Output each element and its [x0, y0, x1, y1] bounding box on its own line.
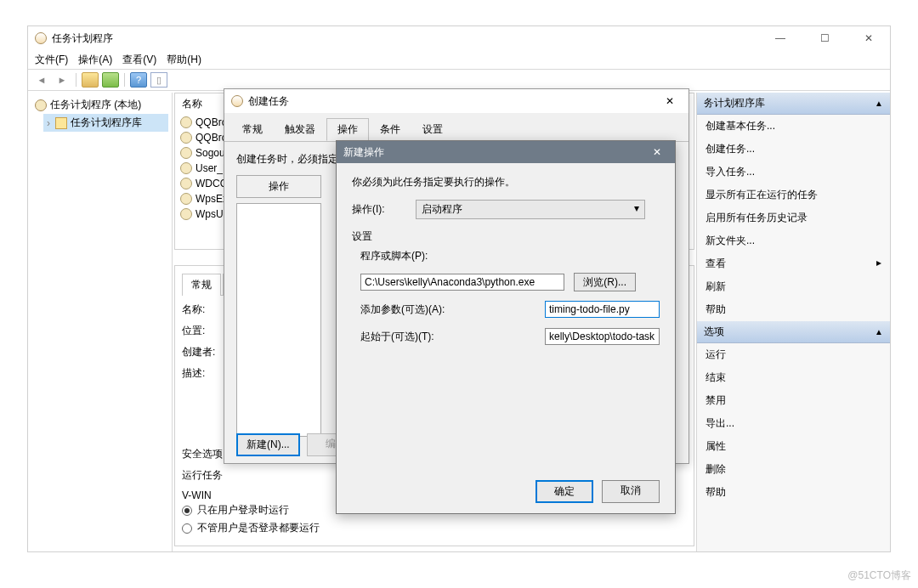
tab-general[interactable]: 常规 [182, 274, 221, 296]
dialog-titlebar[interactable]: 创建任务 ✕ [224, 89, 688, 113]
dialog-titlebar[interactable]: 新建操作 ✕ [337, 141, 675, 163]
maximize-button[interactable]: ☐ [810, 32, 839, 44]
close-button[interactable]: ✕ [646, 144, 668, 161]
column-operation: 操作 [236, 175, 321, 198]
action-run[interactable]: 运行 [697, 343, 890, 366]
label-creator: 创建者: [182, 345, 224, 359]
tree-root[interactable]: 任务计划程序 (本地) [31, 96, 168, 114]
collapse-icon: ▲ [875, 99, 883, 108]
dialog-buttons: 确定 取消 [536, 480, 660, 503]
action-help[interactable]: 帮助 [697, 298, 890, 321]
task-icon [180, 132, 192, 144]
radio-icon [182, 506, 192, 516]
label-operation: 操作(I): [352, 202, 413, 217]
radio-label: 只在用户登录时运行 [197, 503, 289, 517]
tree-library-label: 任务计划程序库 [71, 116, 142, 130]
label-location: 位置: [182, 324, 224, 338]
window-controls: — ☐ ✕ [766, 32, 883, 44]
action-create-basic[interactable]: 创建基本任务... [697, 115, 890, 138]
help-icon[interactable]: ? [130, 72, 147, 88]
tree-root-label: 任务计划程序 (本地) [50, 98, 141, 112]
menubar: 文件(F) 操作(A) 查看(V) 帮助(H) [28, 50, 890, 69]
minimize-button[interactable]: — [766, 32, 795, 44]
task-icon [180, 208, 192, 220]
back-icon[interactable]: ◄ [33, 72, 50, 88]
action-export[interactable]: 导出... [697, 412, 890, 435]
action-enable-history[interactable]: 启用所有任务历史记录 [697, 206, 890, 229]
watermark: @51CTO博客 [847, 568, 911, 583]
action-refresh[interactable]: 刷新 [697, 275, 890, 298]
action-end[interactable]: 结束 [697, 366, 890, 389]
action-delete[interactable]: 删除 [697, 458, 890, 481]
window-title: 任务计划程序 [52, 31, 766, 46]
radio-any-user[interactable]: 不管用户是否登录都要运行 [182, 519, 687, 537]
task-icon [180, 193, 192, 205]
tab-actions[interactable]: 操作 [326, 118, 369, 141]
cancel-button[interactable]: 取消 [602, 480, 660, 503]
settings-group: 设置 [352, 229, 660, 244]
label-startin: 起始于(可选)(T): [360, 330, 538, 344]
label-description: 描述: [182, 366, 224, 381]
action-view[interactable]: 查看 [697, 252, 890, 275]
close-button[interactable]: ✕ [854, 32, 883, 44]
folder-icon[interactable] [82, 72, 99, 88]
clock-icon [35, 99, 47, 111]
menu-file[interactable]: 文件(F) [35, 53, 68, 67]
action-new-folder[interactable]: 新文件夹... [697, 229, 890, 252]
clock-icon [35, 32, 47, 44]
operation-select[interactable]: 启动程序 [416, 200, 645, 219]
task-icon [180, 147, 192, 159]
action-disable[interactable]: 禁用 [697, 389, 890, 412]
label-arguments: 添加参数(可选)(A): [360, 302, 538, 317]
radio-icon [182, 523, 192, 534]
tab-general[interactable]: 常规 [231, 118, 274, 141]
new-button[interactable]: 新建(N)... [236, 433, 300, 456]
task-icon [180, 116, 192, 128]
action-properties[interactable]: 属性 [697, 435, 890, 458]
menu-view[interactable]: 查看(V) [122, 53, 156, 67]
select-value: 启动程序 [422, 203, 462, 215]
task-icon [180, 178, 192, 189]
tab-triggers[interactable]: 触发器 [274, 118, 326, 141]
actions-header-selected[interactable]: 选项▲ [697, 321, 890, 343]
tree-library[interactable]: › 任务计划程序库 [43, 114, 168, 132]
tree-panel: 任务计划程序 (本地) › 任务计划程序库 [28, 93, 173, 551]
titlebar: 任务计划程序 — ☐ ✕ [28, 26, 890, 50]
script-input[interactable]: C:\Users\kelly\Anaconda3\python.exe [360, 274, 564, 291]
action-create-task[interactable]: 创建任务... [697, 138, 890, 161]
operation-list[interactable] [236, 203, 321, 437]
refresh-icon[interactable] [102, 72, 119, 88]
startin-input[interactable]: kelly\Desktop\todo-task [545, 328, 660, 345]
action-help2[interactable]: 帮助 [697, 481, 890, 504]
new-operation-dialog: 新建操作 ✕ 你必须为此任务指定要执行的操作。 操作(I): 启动程序 设置 程… [336, 140, 676, 514]
arguments-input[interactable]: timing-todo-file.py [545, 301, 660, 318]
tab-settings[interactable]: 设置 [411, 118, 454, 141]
pane-icon[interactable]: ▯ [150, 72, 167, 88]
collapse-icon: ▲ [875, 327, 883, 336]
dialog-body: 你必须为此任务指定要执行的操作。 操作(I): 启动程序 设置 程序或脚本(P)… [337, 163, 675, 367]
dialog-title: 新建操作 [343, 145, 384, 160]
task-name: Sogoul [196, 147, 227, 159]
ok-button[interactable]: 确定 [536, 480, 593, 503]
expand-icon[interactable]: › [47, 117, 50, 129]
close-button[interactable]: ✕ [658, 95, 682, 107]
browse-button[interactable]: 浏览(R)... [574, 273, 636, 291]
label-name: 名称: [182, 302, 224, 317]
task-icon [180, 162, 192, 174]
actions-panel: 务计划程序库▲ 创建基本任务... 创建任务... 导入任务... 显示所有正在… [696, 93, 890, 551]
action-show-running[interactable]: 显示所有正在运行的任务 [697, 184, 890, 206]
tab-conditions[interactable]: 条件 [369, 118, 411, 141]
dialog-tabs: 常规 触发器 操作 条件 设置 [224, 113, 688, 142]
menu-help[interactable]: 帮助(H) [167, 53, 201, 67]
clock-icon [231, 95, 243, 107]
radio-label: 不管用户是否登录都要运行 [197, 521, 320, 535]
library-icon [55, 117, 67, 129]
menu-action[interactable]: 操作(A) [78, 53, 112, 67]
separator [76, 73, 76, 87]
label-script: 程序或脚本(P): [360, 249, 660, 263]
actions-header-lib[interactable]: 务计划程序库▲ [697, 93, 890, 115]
header-label: 务计划程序库 [704, 96, 765, 110]
action-import[interactable]: 导入任务... [697, 161, 890, 184]
forward-icon[interactable]: ► [54, 72, 71, 88]
dialog-hint: 你必须为此任务指定要执行的操作。 [352, 175, 660, 189]
